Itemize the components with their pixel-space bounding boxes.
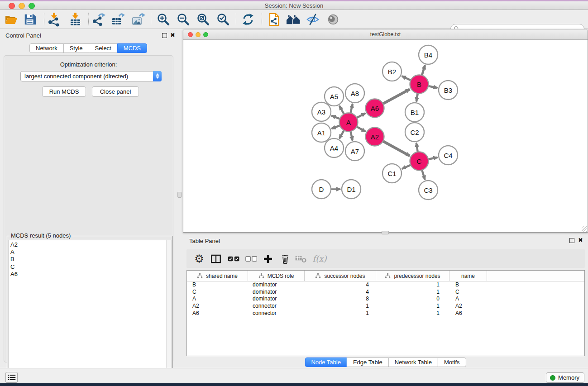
node-B4[interactable]: B4 [419, 45, 438, 64]
network-window-titlebar[interactable]: testGlobe.txt [183, 29, 588, 40]
tab-style[interactable]: Style [63, 43, 89, 53]
hide-button[interactable] [305, 12, 321, 27]
tab-network-table[interactable]: Network Table [388, 357, 438, 367]
export-table-button[interactable] [110, 12, 126, 27]
node-table: shared nameMCDS rolesuccessor nodesprede… [186, 270, 585, 356]
show-button[interactable] [325, 12, 341, 27]
column-header-successor-nodes[interactable]: successor nodes [305, 271, 376, 281]
tab-motifs[interactable]: Motifs [438, 357, 466, 367]
result-item-a2[interactable]: A2 [10, 241, 166, 248]
node-A6[interactable]: A6 [366, 99, 384, 118]
node-A2[interactable]: A2 [366, 128, 384, 146]
cell: 8 [305, 295, 376, 303]
node-A8[interactable]: A8 [345, 84, 364, 103]
export-network-button[interactable] [91, 12, 107, 27]
panel-divider-grip[interactable] [177, 192, 182, 198]
column-header-MCDS-role[interactable]: MCDS role [248, 271, 305, 281]
save-session-button[interactable] [22, 12, 38, 27]
close-panel-icon[interactable] [170, 32, 175, 38]
result-item-a6[interactable]: A6 [10, 271, 166, 278]
network-zoom-button[interactable] [203, 32, 208, 37]
zoom-fit-button[interactable] [195, 12, 211, 27]
close-table-panel-icon[interactable] [578, 237, 583, 243]
node-C1[interactable]: C1 [382, 164, 402, 183]
node-A4[interactable]: A4 [325, 138, 344, 157]
node-C4[interactable]: C4 [439, 146, 458, 165]
gear-icon [194, 253, 204, 264]
zoom-in-button[interactable] [155, 12, 172, 27]
delete-table-button[interactable] [293, 249, 309, 268]
export-network-icon [91, 12, 106, 27]
clone-network-button[interactable] [266, 12, 282, 27]
main-toolbar [0, 10, 588, 29]
tab-mcds[interactable]: MCDS [117, 43, 147, 53]
network-canvas[interactable]: B4B2BB3A5A8A6B1A3AC2A1A2A4A7C4CC1DD1C3 [183, 40, 588, 232]
houses-button[interactable] [285, 12, 301, 27]
window-resize-handle[interactable] [582, 226, 587, 232]
tab-edge-table[interactable]: Edge Table [347, 357, 389, 367]
trash-icon [280, 253, 291, 265]
column-header-shared-name[interactable]: shared name [187, 271, 248, 281]
export-image-button[interactable] [130, 12, 146, 27]
task-history-button[interactable] [5, 372, 18, 383]
table-row-a[interactable]: Adominator80A [187, 295, 584, 303]
column-layout-button[interactable] [208, 249, 224, 268]
network-close-button[interactable] [188, 32, 193, 37]
node-C[interactable]: C [410, 152, 429, 171]
import-network-button[interactable] [46, 12, 62, 27]
window-close-button[interactable] [9, 3, 15, 9]
node-C2[interactable]: C2 [405, 123, 424, 142]
mcds-result-list[interactable]: A2ABCA6 [8, 240, 166, 386]
node-B[interactable]: B [410, 75, 429, 94]
function-builder-button[interactable]: f(x) [310, 249, 330, 268]
result-item-b[interactable]: B [10, 256, 166, 263]
criterion-select[interactable]: largest connected component (directed) [20, 71, 162, 81]
add-column-button[interactable] [260, 249, 276, 268]
table-row-a2[interactable]: A2connector11A2 [187, 303, 584, 310]
memory-button[interactable]: Memory [546, 372, 584, 383]
zoom-out-button[interactable] [175, 12, 191, 27]
tab-network[interactable]: Network [29, 43, 64, 53]
result-item-a[interactable]: A [10, 248, 166, 256]
node-D1[interactable]: D1 [342, 180, 361, 199]
node-C3[interactable]: C3 [419, 181, 438, 200]
node-A3[interactable]: A3 [312, 102, 331, 121]
node-A7[interactable]: A7 [345, 142, 364, 161]
node-A1[interactable]: A1 [312, 123, 331, 142]
node-B1[interactable]: B1 [405, 103, 424, 122]
tab-node-table[interactable]: Node Table [305, 357, 347, 367]
delete-column-button[interactable] [277, 249, 293, 268]
node-B2[interactable]: B2 [382, 62, 402, 81]
table-row-b[interactable]: Bdominator41B [187, 281, 584, 289]
select-all-button[interactable] [226, 249, 242, 268]
table-row-c[interactable]: Cdominator41C [187, 289, 584, 296]
zoom-selected-button[interactable] [215, 12, 231, 27]
table-settings-button[interactable] [191, 249, 207, 268]
import-table-button[interactable] [67, 12, 83, 27]
app-titlebar: Session: New Session [0, 1, 588, 10]
table-row-a6[interactable]: A6connector11A6 [187, 310, 584, 317]
network-graph[interactable]: B4B2BB3A5A8A6B1A3AC2A1A2A4A7C4CC1DD1C3 [183, 40, 588, 232]
cell: C [449, 289, 487, 296]
deselect-all-button[interactable] [244, 249, 259, 268]
float-table-panel-icon[interactable] [569, 238, 574, 243]
refresh-layout-button[interactable] [240, 12, 256, 27]
result-scrollbar[interactable] [166, 240, 172, 386]
column-header-name[interactable]: name [449, 271, 487, 281]
node-D[interactable]: D [312, 180, 331, 199]
node-A5[interactable]: A5 [325, 87, 344, 106]
tab-select[interactable]: Select [89, 43, 118, 53]
node-A[interactable]: A [339, 113, 358, 132]
result-item-c[interactable]: C [10, 263, 166, 271]
open-session-button[interactable] [3, 12, 19, 27]
close-panel-button[interactable]: Close panel [92, 86, 139, 97]
float-panel-icon[interactable] [162, 33, 167, 38]
window-minimize-button[interactable] [19, 3, 25, 9]
column-header-predecessor-nodes[interactable]: predecessor nodes [376, 271, 449, 281]
window-zoom-button[interactable] [29, 3, 35, 9]
network-minimize-button[interactable] [196, 32, 201, 37]
node-B3[interactable]: B3 [439, 81, 458, 100]
run-mcds-button[interactable]: Run MCDS [42, 86, 86, 97]
table-panel-title: Table Panel [189, 238, 220, 244]
node-label: A3 [317, 108, 325, 116]
